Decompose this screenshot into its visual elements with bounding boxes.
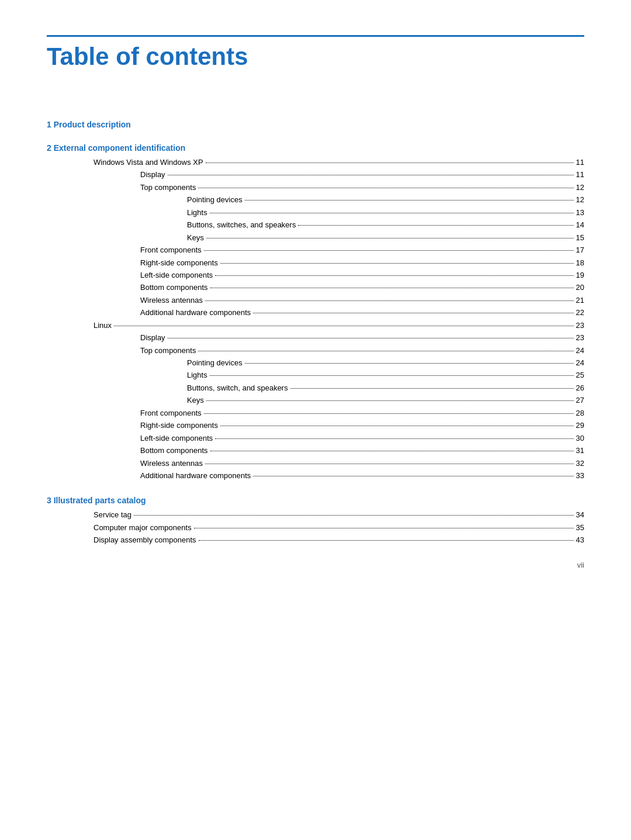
entry-label-e24: Bottom components bbox=[140, 444, 208, 457]
entry-dots-e19 bbox=[290, 388, 574, 389]
entry-dots-e28 bbox=[194, 528, 574, 528]
entry-label-e23: Left-side components bbox=[140, 432, 213, 444]
entry-page-e11: 20 bbox=[576, 281, 584, 293]
toc-entry-e23: Left-side components30 bbox=[47, 432, 584, 444]
toc-entry-e2: Display11 bbox=[47, 168, 584, 181]
entry-label-e3: Top components bbox=[140, 181, 196, 193]
top-rule bbox=[47, 35, 584, 37]
section-3: 3 Illustrated parts catalogService tag34… bbox=[47, 496, 584, 546]
entry-label-e26: Additional hardware components bbox=[140, 469, 251, 482]
entry-dots-e15 bbox=[168, 338, 574, 338]
entry-page-e27: 34 bbox=[576, 509, 584, 521]
entry-label-e27: Service tag bbox=[93, 509, 131, 521]
entry-page-e4: 12 bbox=[576, 193, 584, 206]
page-title: Table of contents bbox=[47, 43, 584, 73]
entry-label-e8: Front components bbox=[140, 244, 202, 256]
entry-label-e13: Additional hardware components bbox=[140, 306, 251, 319]
toc-entry-e24: Bottom components31 bbox=[47, 444, 584, 457]
entry-dots-e14 bbox=[114, 326, 573, 326]
entry-label-e9: Right-side components bbox=[140, 257, 218, 269]
entry-label-e12: Wireless antennas bbox=[140, 294, 203, 306]
entry-label-e18: Lights bbox=[187, 369, 207, 381]
toc-entry-e26: Additional hardware components33 bbox=[47, 469, 584, 482]
entry-page-e12: 21 bbox=[576, 294, 584, 306]
entry-label-e29: Display assembly components bbox=[93, 534, 196, 546]
entry-dots-e3 bbox=[198, 188, 573, 188]
entry-label-e1: Windows Vista and Windows XP bbox=[93, 156, 203, 168]
entry-page-e13: 22 bbox=[576, 306, 584, 319]
toc-entry-e5: Lights13 bbox=[47, 206, 584, 219]
entry-label-e28: Computer major components bbox=[93, 521, 192, 534]
entry-dots-e21 bbox=[204, 413, 574, 414]
entry-label-e22: Right-side components bbox=[140, 419, 218, 431]
entry-label-e16: Top components bbox=[140, 344, 196, 357]
toc-entry-e20: Keys27 bbox=[47, 394, 584, 406]
entry-label-e5: Lights bbox=[187, 206, 207, 219]
entry-label-e2: Display bbox=[140, 168, 165, 181]
entry-dots-e17 bbox=[245, 363, 574, 364]
toc-entry-e16: Top components24 bbox=[47, 344, 584, 357]
entry-page-e23: 30 bbox=[576, 432, 584, 444]
toc-entry-e13: Additional hardware components22 bbox=[47, 306, 584, 319]
entry-dots-e9 bbox=[220, 263, 574, 264]
toc-entry-e27: Service tag34 bbox=[47, 509, 584, 521]
entry-label-e25: Wireless antennas bbox=[140, 457, 203, 469]
toc-entry-e4: Pointing devices12 bbox=[47, 193, 584, 206]
entry-label-e20: Keys bbox=[187, 394, 204, 406]
entry-label-e10: Left-side components bbox=[140, 269, 213, 281]
entry-dots-e7 bbox=[206, 238, 574, 238]
toc-entry-e18: Lights25 bbox=[47, 369, 584, 381]
entry-dots-e18 bbox=[210, 375, 574, 376]
toc-entry-e17: Pointing devices24 bbox=[47, 357, 584, 369]
toc-entry-e1: Windows Vista and Windows XP11 bbox=[47, 156, 584, 168]
section-2: 2 External component identificationWindo… bbox=[47, 143, 584, 482]
entry-label-e21: Front components bbox=[140, 407, 202, 419]
entry-dots-e22 bbox=[220, 426, 574, 426]
toc-entry-e28: Computer major components35 bbox=[47, 521, 584, 534]
section-1-heading: 1 Product description bbox=[47, 120, 584, 129]
entry-dots-e25 bbox=[205, 464, 574, 464]
toc-entry-e12: Wireless antennas21 bbox=[47, 294, 584, 306]
entry-dots-e11 bbox=[210, 288, 574, 288]
entry-label-e7: Keys bbox=[187, 231, 204, 244]
toc-entry-e10: Left-side components19 bbox=[47, 269, 584, 281]
toc-entry-e3: Top components12 bbox=[47, 181, 584, 193]
entry-page-e25: 32 bbox=[576, 457, 584, 469]
entry-page-e2: 11 bbox=[576, 168, 584, 181]
toc-entry-e7: Keys15 bbox=[47, 231, 584, 244]
toc-entry-e8: Front components17 bbox=[47, 244, 584, 256]
section-3-heading: 3 Illustrated parts catalog bbox=[47, 496, 584, 505]
entry-page-e5: 13 bbox=[576, 206, 584, 219]
entry-page-e21: 28 bbox=[576, 407, 584, 419]
toc-entry-e14: Linux23 bbox=[47, 319, 584, 331]
entry-page-e28: 35 bbox=[576, 521, 584, 534]
entry-page-e18: 25 bbox=[576, 369, 584, 381]
toc-entry-e29: Display assembly components43 bbox=[47, 534, 584, 546]
toc-entry-e15: Display23 bbox=[47, 331, 584, 344]
entry-dots-e16 bbox=[198, 351, 573, 351]
entry-dots-e1 bbox=[206, 163, 574, 163]
entry-dots-e12 bbox=[205, 300, 574, 301]
entry-page-e26: 33 bbox=[576, 469, 584, 482]
entry-page-e3: 12 bbox=[576, 181, 584, 193]
entry-dots-e27 bbox=[134, 515, 573, 516]
entry-page-e19: 26 bbox=[576, 382, 584, 394]
entry-page-e7: 15 bbox=[576, 231, 584, 244]
entry-label-e17: Pointing devices bbox=[187, 357, 242, 369]
entry-page-e22: 29 bbox=[576, 419, 584, 431]
page-number: vii bbox=[577, 561, 584, 569]
entry-label-e14: Linux bbox=[93, 319, 112, 331]
entry-dots-e29 bbox=[199, 540, 574, 541]
entry-page-e6: 14 bbox=[576, 219, 584, 231]
toc-container: 1 Product description2 External componen… bbox=[47, 120, 584, 547]
entry-page-e16: 24 bbox=[576, 344, 584, 357]
entry-dots-e6 bbox=[298, 225, 573, 226]
entry-page-e14: 23 bbox=[576, 319, 584, 331]
entry-dots-e13 bbox=[253, 313, 573, 313]
entry-label-e6: Buttons, switches, and speakers bbox=[187, 219, 296, 231]
toc-entry-e22: Right-side components29 bbox=[47, 419, 584, 431]
entry-dots-e2 bbox=[168, 175, 574, 175]
entry-dots-e24 bbox=[210, 451, 574, 451]
entry-label-e19: Buttons, switch, and speakers bbox=[187, 382, 288, 394]
entry-dots-e10 bbox=[215, 275, 573, 276]
